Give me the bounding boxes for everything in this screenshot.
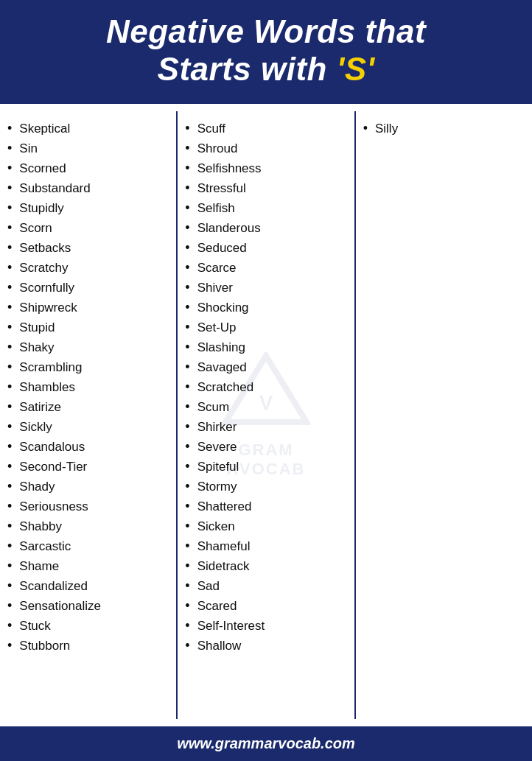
list-item: Shattered — [185, 497, 354, 516]
list-item: Shipwreck — [7, 298, 176, 318]
list-item: Scornfully — [7, 278, 176, 298]
list-item: Selfish — [185, 198, 354, 218]
list-item: Shiver — [185, 278, 354, 298]
list-item: Sidetrack — [185, 556, 354, 576]
list-item: Selfishness — [185, 158, 354, 178]
list-item: Satirize — [7, 397, 176, 417]
list-item: Scorn — [7, 218, 176, 238]
list-item: Substandard — [7, 178, 176, 198]
list-item: Sad — [185, 576, 354, 596]
list-item: Shame — [7, 556, 176, 576]
column-3: Silly — [356, 111, 532, 719]
list-item: Stormy — [185, 477, 354, 497]
list-item: Shroud — [185, 138, 354, 158]
list-item: Stressful — [185, 178, 354, 198]
footer-url: www.grammarvocab.com — [177, 735, 355, 751]
list-item: Scarce — [185, 258, 354, 278]
list-item: Sicken — [185, 516, 354, 536]
list-item: Severe — [185, 437, 354, 457]
column-2: Scuff Shroud Selfishness Stressful Selfi… — [178, 111, 355, 719]
list-item: Scratchy — [7, 258, 176, 278]
list-item: Shabby — [7, 516, 176, 536]
header-line1: Negative Words that — [106, 13, 426, 49]
list-item: Skeptical — [7, 119, 176, 138]
column-1-list: Skeptical Sin Scorned Substandard Stupid… — [7, 119, 176, 656]
list-item: Scum — [185, 397, 354, 417]
list-item: Slanderous — [185, 218, 354, 238]
list-item: Self-Interest — [185, 616, 354, 636]
list-item: Sickly — [7, 417, 176, 437]
word-columns: Skeptical Sin Scorned Substandard Stupid… — [0, 104, 532, 726]
header-highlight: 'S' — [337, 51, 375, 87]
list-item: Shambles — [7, 377, 176, 397]
list-item: Shallow — [185, 636, 354, 656]
list-item: Shirker — [185, 417, 354, 437]
footer: www.grammarvocab.com — [0, 726, 532, 761]
header-line2: Starts with — [158, 51, 337, 87]
list-item: Scandalous — [7, 437, 176, 457]
list-item: Sensationalize — [7, 596, 176, 616]
list-item: Seduced — [185, 238, 354, 258]
list-item: Sin — [7, 138, 176, 158]
header: Negative Words that Starts with 'S' — [0, 0, 532, 104]
list-item: Spiteful — [185, 457, 354, 477]
list-item: Scared — [185, 596, 354, 616]
list-item: Setbacks — [7, 238, 176, 258]
list-item: Set-Up — [185, 318, 354, 337]
list-item: Stupid — [7, 318, 176, 337]
content-area: V GRAM RVOCAB Skeptical Sin Scorned Subs… — [0, 104, 532, 726]
list-item: Scandalized — [7, 576, 176, 596]
column-2-list: Scuff Shroud Selfishness Stressful Selfi… — [185, 119, 354, 656]
list-item: Silly — [363, 119, 532, 138]
list-item: Sarcastic — [7, 536, 176, 556]
list-item: Shocking — [185, 298, 354, 318]
list-item: Seriousness — [7, 497, 176, 516]
list-item: Slashing — [185, 337, 354, 357]
list-item: Scuff — [185, 119, 354, 138]
list-item: Savaged — [185, 357, 354, 377]
list-item: Stuck — [7, 616, 176, 636]
list-item: Scorned — [7, 158, 176, 178]
column-1: Skeptical Sin Scorned Substandard Stupid… — [0, 111, 178, 719]
list-item: Shady — [7, 477, 176, 497]
column-3-list: Silly — [363, 119, 532, 138]
list-item: Shaky — [7, 337, 176, 357]
list-item: Stupidly — [7, 198, 176, 218]
list-item: Scrambling — [7, 357, 176, 377]
list-item: Stubborn — [7, 636, 176, 656]
list-item: Second-Tier — [7, 457, 176, 477]
list-item: Shameful — [185, 536, 354, 556]
list-item: Scratched — [185, 377, 354, 397]
